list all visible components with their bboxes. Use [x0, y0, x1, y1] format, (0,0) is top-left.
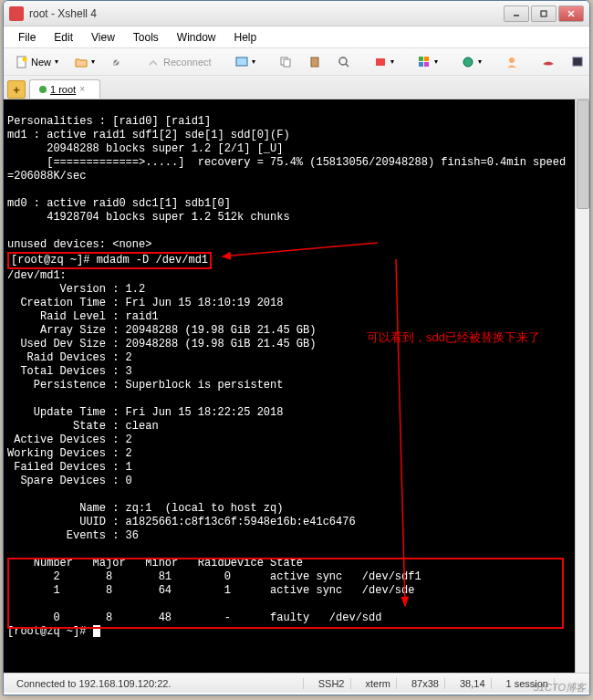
menu-edit[interactable]: Edit [47, 29, 80, 46]
term-line: 41928704 blocks super 1.2 512k chunks [7, 211, 290, 224]
term-line: Events : 36 [7, 529, 139, 542]
menu-window[interactable]: Window [170, 29, 224, 46]
tb-copy[interactable] [273, 52, 298, 72]
tb-btn-3[interactable]: ▾ [411, 52, 444, 72]
new-button[interactable]: New ▾ [9, 52, 65, 72]
svg-rect-12 [376, 58, 385, 66]
reconnect-label: Reconnect [163, 57, 212, 68]
tab-close-icon[interactable]: × [79, 84, 90, 95]
annotation-arrow-2 [305, 255, 423, 620]
term-line: Failed Devices : 1 [7, 461, 132, 474]
status-ssh: SSH2 [313, 678, 351, 689]
menubar: File Edit View Tools Window Help [4, 26, 589, 48]
close-button[interactable] [558, 5, 584, 22]
svg-point-17 [463, 57, 473, 67]
tabbar: + 1 root × [4, 76, 589, 99]
search-icon [338, 56, 350, 68]
term-line: UUID : a1825661:c8f13c6f:5948e16b:e41c64… [7, 516, 356, 528]
term-line: 0 8 48 - faulty /dev/sdd [7, 611, 381, 624]
term-line: 2 8 81 0 active sync /dev/sdf1 [7, 570, 421, 583]
palette-icon [374, 56, 387, 68]
tab-add-button[interactable]: + [7, 80, 26, 99]
svg-rect-16 [424, 62, 429, 67]
menu-file[interactable]: File [11, 29, 43, 46]
chevron-down-icon: ▾ [55, 57, 58, 66]
tb-btn-5[interactable] [499, 52, 525, 72]
svg-rect-1 [541, 11, 546, 16]
svg-point-10 [339, 57, 347, 65]
svg-line-11 [346, 64, 349, 67]
tb-btn-4[interactable]: ▾ [455, 52, 488, 72]
term-line: Working Devices : 2 [7, 447, 132, 460]
term-icon [571, 56, 584, 68]
term-line: Array Size : 20948288 (19.98 GiB 21.45 G… [7, 324, 316, 337]
term-line: Version : 1.2 [7, 283, 145, 296]
status-term: xterm [360, 678, 398, 689]
terminal[interactable]: Personalities : [raid0] [raid1] md1 : ac… [4, 99, 589, 673]
svg-rect-15 [419, 62, 423, 67]
annotation-text: 可以看到，sdd已经被替换下来了 [367, 330, 540, 344]
tab-root[interactable]: 1 root × [29, 79, 100, 99]
svg-rect-8 [284, 59, 290, 67]
svg-rect-6 [236, 57, 247, 66]
term-line: Raid Devices : 2 [7, 351, 132, 364]
term-line: md0 : active raid0 sdc1[1] sdb1[0] [7, 197, 231, 210]
paste-icon [308, 56, 321, 68]
wrench-icon [111, 56, 124, 68]
svg-point-18 [509, 57, 515, 63]
reconnect-button[interactable]: Reconnect [141, 52, 218, 72]
term-line: Update Time : Fri Jun 15 18:22:25 2018 [7, 406, 283, 419]
term-line: Persistence : Superblock is persistent [7, 379, 283, 392]
term-line: Raid Level : raid1 [7, 310, 159, 323]
tb-search[interactable] [331, 52, 357, 72]
term-line: Used Dev Size : 20948288 (19.98 GiB 21.4… [7, 338, 316, 350]
prompt: [root@zq ~]# [11, 254, 97, 266]
term-line: Spare Devices : 0 [7, 475, 132, 487]
chevron-down-icon: ▾ [434, 57, 438, 66]
cursor [93, 625, 100, 637]
svg-rect-9 [311, 57, 318, 67]
tab-label: 1 root [50, 84, 76, 95]
titlebar[interactable]: root - Xshell 4 [4, 1, 589, 26]
svg-rect-19 [573, 57, 582, 66]
globe-icon [462, 56, 474, 68]
minimize-button[interactable] [504, 5, 529, 22]
term-line: State : clean [7, 420, 159, 433]
new-icon [16, 56, 28, 68]
menu-view[interactable]: View [84, 29, 122, 46]
open-button[interactable]: ▾ [68, 52, 101, 72]
maximize-button[interactable] [531, 5, 557, 22]
term-line: unused devices: <none> [7, 238, 151, 251]
connection-status-icon [39, 86, 47, 93]
term-line: 1 8 64 1 active sync /dev/sde [7, 584, 414, 597]
menu-tools[interactable]: Tools [126, 29, 166, 46]
term-line: md1 : active raid1 sdf1[2] sde[1] sdd[0]… [7, 129, 290, 141]
svg-line-23 [396, 259, 405, 606]
tb-paste[interactable] [302, 52, 328, 72]
scrollbar-thumb[interactable] [577, 99, 589, 209]
term-line: Creation Time : Fri Jun 15 18:10:19 2018 [7, 297, 283, 309]
chevron-down-icon: ▾ [252, 57, 255, 66]
svg-rect-13 [419, 57, 423, 61]
scrollbar[interactable] [575, 99, 589, 673]
statusbar: Connected to 192.168.109.120:22. SSH2 xt… [4, 673, 589, 693]
chevron-down-icon: ▾ [91, 57, 95, 66]
properties-button[interactable] [105, 52, 130, 72]
term-line: Number Major Minor RaidDevice State [7, 557, 303, 569]
term-line: 20948288 blocks super 1.2 [2/1] [_U] [7, 142, 283, 155]
window-controls [504, 5, 584, 22]
menu-help[interactable]: Help [227, 29, 265, 46]
folder-open-icon [75, 56, 88, 68]
tb-btn-7[interactable] [565, 52, 590, 72]
app-window: root - Xshell 4 File Edit View Tools Win… [3, 0, 590, 695]
term-line: =206088K/sec [7, 170, 86, 183]
window-title: root - Xshell 4 [29, 7, 504, 20]
status-connection: Connected to 192.168.109.120:22. [11, 678, 304, 689]
tb-btn-6[interactable] [536, 52, 561, 72]
session-icon [235, 56, 248, 68]
term-line: Personalities : [raid0] [raid1] [7, 115, 211, 128]
annotation-arrow-1 [213, 238, 396, 266]
tb-btn-2[interactable]: ▾ [368, 52, 401, 72]
new-label: New [31, 57, 51, 68]
tb-btn-1[interactable]: ▾ [229, 52, 262, 72]
